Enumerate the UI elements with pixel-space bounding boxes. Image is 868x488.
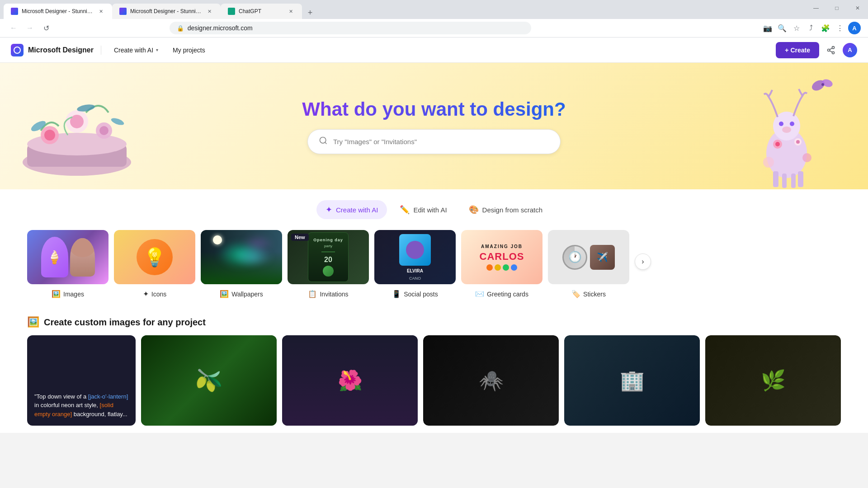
app-navigation: Microsoft Designer Create with AI ▾ My p… bbox=[0, 38, 868, 63]
nav-create-with-ai[interactable]: Create with AI ▾ bbox=[108, 43, 164, 57]
url-text: designer.microsoft.com bbox=[188, 24, 253, 32]
hero-content: What do you want to design? bbox=[302, 99, 566, 154]
invitations-icon: 📋 bbox=[308, 290, 317, 298]
category-stickers[interactable]: 🕐 ✈️ 🏷️ Stickers bbox=[548, 230, 629, 298]
custom-image-card-2[interactable]: 🫒 bbox=[141, 335, 277, 426]
category-social-posts[interactable]: ELVIRA CANO 📱 Social posts bbox=[374, 230, 456, 298]
category-scroll: 🍦 🖼️ Images 💡 bbox=[0, 226, 868, 309]
custom-image-card-6[interactable]: 🌿 bbox=[705, 335, 841, 426]
refresh-button[interactable]: ↺ bbox=[40, 22, 52, 34]
search-icon bbox=[319, 136, 328, 147]
create-button-label: + Create bbox=[785, 47, 810, 54]
tab-create-with-ai[interactable]: ✦ Create with AI bbox=[316, 200, 387, 219]
window-minimize-button[interactable]: — bbox=[806, 0, 826, 16]
tab-design-from-scratch[interactable]: 🎨 Design from scratch bbox=[460, 200, 552, 219]
custom-section-title: 🖼️ Create custom images for any project bbox=[27, 316, 841, 328]
screenshot-button[interactable]: 📷 bbox=[761, 22, 774, 34]
svg-point-18 bbox=[320, 137, 326, 143]
social-posts-icon: 📱 bbox=[392, 290, 401, 298]
category-social-posts-label: 📱 Social posts bbox=[392, 290, 438, 298]
custom-image-card-3[interactable]: 🌺 bbox=[282, 335, 418, 426]
search-input[interactable] bbox=[333, 138, 549, 145]
category-icons[interactable]: 💡 ✦ Icons bbox=[114, 230, 195, 298]
svg-point-35 bbox=[796, 140, 800, 144]
create-button[interactable]: + Create bbox=[776, 42, 819, 58]
profile-sync-button[interactable]: ⤴ bbox=[805, 22, 817, 34]
tab-edit-with-ai[interactable]: ✏️ Edit with AI bbox=[391, 200, 456, 219]
browser-chrome: Microsoft Designer - Stunning ... ✕ Micr… bbox=[0, 0, 868, 38]
share-button[interactable] bbox=[823, 42, 839, 58]
tab-3[interactable]: ChatGPT ✕ bbox=[221, 4, 302, 19]
create-with-ai-icon: ✦ bbox=[326, 205, 332, 215]
tab-2-close[interactable]: ✕ bbox=[205, 7, 213, 15]
hero-section: What do you want to design? bbox=[0, 63, 868, 189]
tab-edit-with-ai-label: Edit with AI bbox=[413, 206, 447, 214]
stickers-icon: 🏷️ bbox=[571, 290, 580, 298]
design-from-scratch-icon: 🎨 bbox=[469, 205, 479, 215]
tab-create-with-ai-label: Create with AI bbox=[336, 206, 378, 214]
category-greeting-cards-thumb: AMAZING JOB CARLOS bbox=[461, 230, 542, 284]
svg-rect-25 bbox=[773, 171, 778, 187]
browser-menu-button[interactable]: ⋮ bbox=[834, 22, 846, 34]
search-bar[interactable] bbox=[307, 129, 561, 154]
category-wallpapers-thumb bbox=[201, 230, 282, 284]
category-stickers-label: 🏷️ Stickers bbox=[571, 290, 606, 298]
category-greeting-cards-label: ✉️ Greeting cards bbox=[475, 290, 528, 298]
user-profile-button[interactable]: A bbox=[843, 43, 857, 57]
add-tab-button[interactable]: + bbox=[304, 6, 316, 19]
back-button[interactable]: ← bbox=[7, 22, 20, 34]
tab-2[interactable]: Microsoft Designer - Stunning ... ✕ bbox=[112, 4, 221, 19]
custom-images-grid: "Top down view of a [jack-o'-lantern] in… bbox=[27, 335, 841, 426]
window-close-button[interactable]: ✕ bbox=[847, 0, 868, 16]
svg-line-19 bbox=[325, 142, 327, 144]
brand-logo[interactable]: Microsoft Designer bbox=[11, 44, 94, 56]
browser-profile-button[interactable]: A bbox=[848, 22, 861, 34]
svg-rect-28 bbox=[798, 171, 803, 187]
zoom-button[interactable]: 🔍 bbox=[776, 22, 788, 34]
custom-image-card-5[interactable]: 🏢 bbox=[564, 335, 700, 426]
svg-point-10 bbox=[44, 130, 55, 141]
icons-icon: ✦ bbox=[143, 290, 149, 298]
category-images-label: 🖼️ Images bbox=[52, 290, 84, 298]
svg-point-22 bbox=[821, 83, 824, 86]
category-invitations-label: 📋 Invitations bbox=[308, 290, 348, 298]
new-badge: New bbox=[291, 234, 309, 241]
svg-point-37 bbox=[802, 153, 811, 162]
address-bar: ← → ↺ 🔒 designer.microsoft.com 📷 🔍 ☆ ⤴ 🧩… bbox=[0, 19, 868, 38]
tab-1-close[interactable]: ✕ bbox=[97, 7, 105, 15]
svg-point-29 bbox=[779, 122, 783, 126]
category-wallpapers[interactable]: 🖼️ Wallpapers bbox=[201, 230, 282, 298]
category-images[interactable]: 🍦 🖼️ Images bbox=[27, 230, 108, 298]
svg-point-16 bbox=[110, 117, 125, 127]
extensions-button[interactable]: 🧩 bbox=[819, 22, 832, 34]
brand-name: Microsoft Designer bbox=[28, 46, 94, 54]
nav-my-projects-label: My projects bbox=[173, 47, 205, 54]
tab-1-favicon bbox=[11, 8, 18, 15]
tab-bar: Microsoft Designer - Stunning ... ✕ Micr… bbox=[0, 0, 868, 19]
category-greeting-cards[interactable]: AMAZING JOB CARLOS ✉️ Greeting cards bbox=[461, 230, 542, 298]
svg-rect-26 bbox=[782, 174, 787, 188]
custom-images-section: 🖼️ Create custom images for any project … bbox=[0, 309, 868, 433]
forward-button[interactable]: → bbox=[24, 22, 36, 34]
custom-image-prompt-text: "Top down view of a [jack-o'-lantern] in… bbox=[34, 392, 128, 419]
window-maximize-button[interactable]: □ bbox=[826, 0, 847, 16]
category-wallpapers-label: 🖼️ Wallpapers bbox=[220, 290, 263, 298]
category-icons-thumb: 💡 bbox=[114, 230, 195, 284]
category-images-thumb: 🍦 bbox=[27, 230, 108, 284]
svg-point-1 bbox=[828, 49, 830, 51]
nav-my-projects[interactable]: My projects bbox=[167, 43, 211, 57]
bookmark-button[interactable]: ☆ bbox=[790, 22, 803, 34]
custom-image-card-1[interactable]: "Top down view of a [jack-o'-lantern] in… bbox=[27, 335, 136, 426]
custom-image-card-4[interactable]: 🕷️ bbox=[423, 335, 559, 426]
svg-point-31 bbox=[782, 127, 791, 133]
url-lock-icon: 🔒 bbox=[177, 25, 184, 32]
nav-divider bbox=[101, 46, 101, 55]
tab-1[interactable]: Microsoft Designer - Stunning ... ✕ bbox=[4, 4, 112, 19]
tab-3-close[interactable]: ✕ bbox=[287, 7, 295, 15]
svg-point-30 bbox=[790, 122, 794, 126]
svg-rect-27 bbox=[791, 174, 796, 188]
tab-2-favicon bbox=[119, 8, 127, 15]
category-invitations[interactable]: New Opening day party 20 📋 Invitations bbox=[288, 230, 369, 298]
scroll-right-button[interactable]: › bbox=[635, 253, 651, 270]
url-bar[interactable]: 🔒 designer.microsoft.com bbox=[170, 22, 531, 34]
